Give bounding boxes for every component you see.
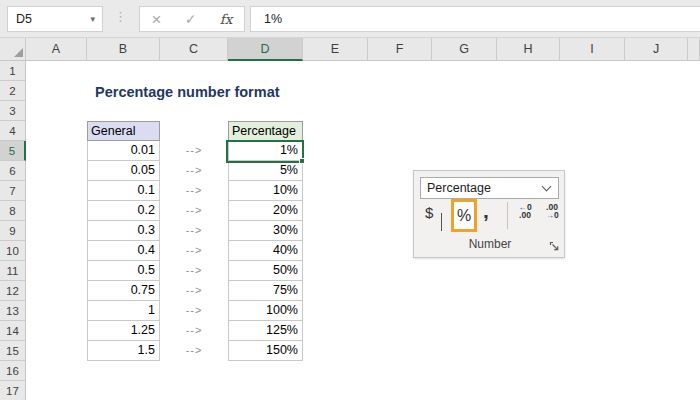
name-box-value: D5 — [8, 12, 90, 26]
row-header-8[interactable]: 8 — [0, 201, 26, 221]
number-group-panel: Percentage $ % , ←0 .00 .00 →0 Number — [413, 170, 565, 258]
row-header-1[interactable]: 1 — [0, 61, 26, 81]
percentage-value-cell[interactable]: 20% — [228, 201, 303, 221]
arrow-cell[interactable]: --> — [160, 261, 228, 281]
column-header-C[interactable]: C — [160, 38, 228, 61]
general-value-cell[interactable]: 0.75 — [87, 281, 160, 301]
general-value-cell[interactable]: 0.2 — [87, 201, 160, 221]
chevron-down-icon — [542, 182, 552, 192]
percentage-value-cell[interactable]: 75% — [228, 281, 303, 301]
percentage-value-cell[interactable]: 150% — [228, 341, 303, 361]
arrow-cell[interactable]: --> — [160, 281, 228, 301]
arrow-cell[interactable]: --> — [160, 321, 228, 341]
row-header-14[interactable]: 14 — [0, 321, 26, 341]
arrow-cell[interactable]: --> — [160, 161, 228, 181]
spacer-cell[interactable] — [160, 121, 228, 141]
number-format-value: Percentage — [421, 181, 543, 195]
row-header-6[interactable]: 6 — [0, 161, 26, 181]
enter-icon[interactable]: ✓ — [185, 12, 197, 26]
row-header-16[interactable]: 16 — [0, 361, 26, 381]
group-label: Number — [414, 237, 566, 251]
accounting-chevron-icon[interactable] — [441, 213, 442, 231]
row-header-13[interactable]: 13 — [0, 301, 26, 321]
dialog-launcher-icon[interactable] — [549, 241, 560, 252]
row-header-2[interactable]: 2 — [0, 81, 26, 101]
number-format-dropdown[interactable]: Percentage — [420, 177, 559, 199]
row-header-10[interactable]: 10 — [0, 241, 26, 261]
select-all-corner[interactable] — [0, 38, 26, 61]
decrease-decimal-button[interactable]: .00 →0 — [540, 204, 564, 219]
column-header-D[interactable]: D — [228, 38, 303, 61]
row-header-5[interactable]: 5 — [0, 141, 26, 161]
row-header-11[interactable]: 11 — [0, 261, 26, 281]
formula-buttons: × ✓ fx — [139, 6, 245, 32]
row-header-17[interactable]: 17 — [0, 381, 26, 400]
drag-dots-icon: ⋮ — [114, 9, 127, 24]
column-headers: ABCDEFGHIJ — [0, 38, 700, 61]
column-header-G[interactable]: G — [432, 38, 497, 61]
right-arrow-icon: → — [545, 210, 554, 220]
percent-style-label: % — [457, 207, 471, 225]
general-header-cell[interactable]: General — [87, 121, 160, 141]
arrow-cell[interactable]: --> — [160, 241, 228, 261]
arrow-cell[interactable]: --> — [160, 301, 228, 321]
formula-strip: D5 ▾ ⋮ × ✓ fx 1% — [0, 0, 700, 38]
percent-style-button[interactable]: % — [451, 199, 477, 232]
percentage-value-cell[interactable]: 40% — [228, 241, 303, 261]
arrow-cell[interactable]: --> — [160, 341, 228, 361]
percentage-value-cell[interactable]: 125% — [228, 321, 303, 341]
data-table: GeneralPercentage0.01-->1%0.05-->5%0.1--… — [87, 121, 303, 361]
row-header-15[interactable]: 15 — [0, 341, 26, 361]
percentage-value-cell[interactable]: 1% — [228, 141, 303, 161]
general-value-cell[interactable]: 0.4 — [87, 241, 160, 261]
row-headers: 1234567891011121314151617 — [0, 61, 26, 400]
insert-function-icon[interactable]: fx — [220, 11, 233, 27]
general-value-cell[interactable]: 1 — [87, 301, 160, 321]
general-value-cell[interactable]: 0.5 — [87, 261, 160, 281]
general-value-cell[interactable]: 0.1 — [87, 181, 160, 201]
general-value-cell[interactable]: 1.25 — [87, 321, 160, 341]
excel-window: D5 ▾ ⋮ × ✓ fx 1% ABCDEFGHIJ 123456789101… — [0, 0, 700, 400]
arrow-cell[interactable]: --> — [160, 201, 228, 221]
accounting-format-button[interactable]: $ — [425, 204, 433, 221]
cancel-icon[interactable]: × — [152, 11, 162, 28]
column-header-E[interactable]: E — [303, 38, 368, 61]
divider — [507, 202, 508, 229]
column-header-A[interactable]: A — [26, 38, 87, 61]
general-value-cell[interactable]: 0.01 — [87, 141, 160, 161]
arrow-cell[interactable]: --> — [160, 221, 228, 241]
percentage-value-cell[interactable]: 30% — [228, 221, 303, 241]
select-all-triangle-icon — [14, 48, 23, 57]
sheet-title: Percentage number format — [95, 84, 280, 100]
general-value-cell[interactable]: 0.05 — [87, 161, 160, 181]
row-header-7[interactable]: 7 — [0, 181, 26, 201]
percentage-header-cell[interactable]: Percentage — [228, 121, 303, 141]
row-header-4[interactable]: 4 — [0, 121, 26, 141]
formula-value: 1% — [251, 12, 282, 26]
arrow-cell[interactable]: --> — [160, 181, 228, 201]
row-header-12[interactable]: 12 — [0, 281, 26, 301]
name-box-dropdown-icon[interactable]: ▾ — [90, 14, 102, 24]
column-header-J[interactable]: J — [625, 38, 688, 61]
row-header-3[interactable]: 3 — [0, 101, 26, 121]
percentage-value-cell[interactable]: 10% — [228, 181, 303, 201]
column-header-partial[interactable] — [688, 38, 700, 61]
general-value-cell[interactable]: 0.3 — [87, 221, 160, 241]
column-header-H[interactable]: H — [497, 38, 560, 61]
percentage-value-cell[interactable]: 100% — [228, 301, 303, 321]
general-value-cell[interactable]: 1.5 — [87, 341, 160, 361]
percentage-value-cell[interactable]: 5% — [228, 161, 303, 181]
name-box[interactable]: D5 ▾ — [7, 6, 103, 32]
column-header-F[interactable]: F — [368, 38, 432, 61]
increase-decimal-button[interactable]: ←0 .00 — [513, 204, 537, 219]
column-header-B[interactable]: B — [87, 38, 160, 61]
column-header-I[interactable]: I — [560, 38, 625, 61]
percentage-value-cell[interactable]: 50% — [228, 261, 303, 281]
comma-style-button[interactable]: , — [483, 199, 489, 223]
arrow-cell[interactable]: --> — [160, 141, 228, 161]
formula-bar[interactable]: 1% — [250, 6, 700, 32]
row-header-9[interactable]: 9 — [0, 221, 26, 241]
